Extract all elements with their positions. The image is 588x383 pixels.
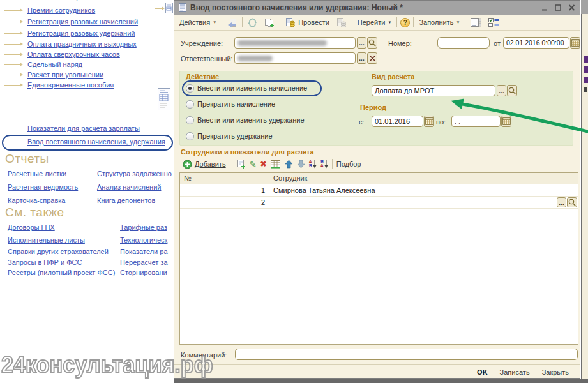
date-calendar-button[interactable] xyxy=(570,37,580,49)
close-button[interactable] xyxy=(568,4,575,11)
calc-kind-lookup-button[interactable]: ... xyxy=(497,85,506,96)
delete-x-icon: ✖ xyxy=(260,160,267,169)
sidebar-link-onetime-accruals[interactable]: Регистрация разовых начислений xyxy=(27,18,138,26)
window-titlebar[interactable]: Ввод постоянного начисления или удержани… xyxy=(174,1,580,15)
unpost-document-button[interactable] xyxy=(335,17,349,28)
sidebar-link-piecework[interactable]: Сдельный наряд xyxy=(27,61,82,68)
arrow-down-icon xyxy=(297,160,305,169)
sidebar-link-holiday-pay[interactable]: Оплата праздничных и выходных xyxy=(27,40,137,48)
institution-field[interactable] xyxy=(234,37,356,49)
link-payslips[interactable]: Расчетные листки xyxy=(8,170,66,177)
link-accrual-analysis[interactable]: Анализ начислений xyxy=(97,183,161,191)
radio-icon[interactable] xyxy=(186,132,194,140)
pick-button[interactable]: Подбор xyxy=(336,160,361,168)
move-up-button[interactable] xyxy=(285,160,293,169)
radio-option-stop-accrual[interactable]: Прекратить начисление xyxy=(186,99,275,109)
move-down-button[interactable] xyxy=(297,160,305,169)
link-indicators[interactable]: Показатели ра xyxy=(120,248,168,255)
column-header-number[interactable]: № xyxy=(180,173,269,184)
background-window-strip xyxy=(581,0,588,383)
responsible-lookup-button[interactable]: ... xyxy=(357,52,366,64)
link-pfr-fss-requests[interactable]: Запросы в ПФР и ФСС xyxy=(8,259,82,266)
toolbar-separator xyxy=(242,17,243,27)
save-close-button[interactable] xyxy=(225,17,239,28)
radio-option-stop-deduction[interactable]: Прекратить удержание xyxy=(186,131,273,141)
link-pay-sheet[interactable]: Расчетная ведомость xyxy=(8,183,78,191)
radio-icon[interactable] xyxy=(186,84,194,93)
table-row-editing[interactable]: 2 ... xyxy=(180,197,578,209)
link-fss-registers[interactable]: Реестры (пилотный проект ФСС) xyxy=(8,269,115,276)
sidebar-link-payroll[interactable]: Начисление зарплаты xyxy=(27,0,100,1)
delete-row-button[interactable]: ✖ xyxy=(260,160,267,169)
institution-lookup-button[interactable]: ... xyxy=(357,37,366,49)
goto-menu-button[interactable]: Перейти▼ xyxy=(356,18,394,27)
sidebar-link-overtime[interactable]: Оплата сверхурочных часов xyxy=(27,50,120,58)
copy-button[interactable] xyxy=(262,17,276,28)
period-from-calendar-button[interactable] xyxy=(424,116,434,127)
maximize-button[interactable] xyxy=(555,4,561,11)
screen: Начисление зарплаты Премии сотрудников Р… xyxy=(0,0,588,383)
link-other-insurers[interactable]: Справки других страхователей xyxy=(8,248,109,255)
employee-search-button[interactable] xyxy=(567,197,577,207)
link-reversal[interactable]: Сторнировани xyxy=(120,269,167,276)
link-salary-indicators[interactable]: Показатели для расчета зарплаты xyxy=(27,124,140,132)
period-from-field[interactable]: 01.01.2016 xyxy=(372,116,423,127)
sidebar-link-bonuses[interactable]: Премии сотрудников xyxy=(27,6,95,14)
employee-lookup-button[interactable]: ... xyxy=(557,197,566,207)
sidebar-link-dismissal[interactable]: Расчет при увольнении xyxy=(27,71,103,79)
link-recalculation[interactable]: Перерасчет за xyxy=(120,259,168,266)
help-button[interactable]: ? xyxy=(400,18,410,27)
comment-field[interactable] xyxy=(235,349,578,360)
list-settings-button[interactable] xyxy=(469,17,483,27)
employee-cell[interactable]: Смирнова Татьяна Алексеевна xyxy=(269,184,578,196)
sort-descending-button[interactable]: ЯА xyxy=(320,160,328,169)
footer-button-bar: OK Записать Закрыть xyxy=(174,364,580,379)
sidebar-link-lumpsum[interactable]: Единовременные пособия xyxy=(27,81,114,89)
employee-cell-edit[interactable]: ... xyxy=(269,197,578,208)
radio-icon[interactable] xyxy=(186,116,194,124)
calc-kind-search-button[interactable] xyxy=(507,85,517,96)
tree-item: Сдельный наряд xyxy=(0,61,172,70)
add-row-button[interactable]: Добавить xyxy=(181,159,228,170)
responsible-field[interactable] xyxy=(234,52,356,64)
ok-button[interactable]: OK xyxy=(471,368,494,376)
responsible-clear-button[interactable] xyxy=(367,52,377,64)
sidebar-link-onetime-deductions[interactable]: Регистрация разовых удержаний xyxy=(27,29,135,37)
reread-button[interactable] xyxy=(246,17,259,28)
link-permanent-accrual-entry[interactable]: Ввод постоянного начисления, удержания xyxy=(27,138,165,146)
link-depositors-book[interactable]: Книга депонентов xyxy=(97,197,155,204)
tree-connector-icon xyxy=(4,85,22,86)
period-to-calendar-button[interactable] xyxy=(501,116,511,127)
mark-items-button[interactable] xyxy=(486,17,501,27)
save-button[interactable]: Записать xyxy=(494,368,536,376)
number-field[interactable] xyxy=(437,37,490,49)
date-field[interactable]: 02.01.2016 0:00:00 xyxy=(503,37,569,49)
end-edit-button[interactable] xyxy=(271,160,281,169)
radio-icon[interactable] xyxy=(186,100,194,109)
link-card-certificate[interactable]: Карточка-справка xyxy=(8,197,65,204)
institution-search-button[interactable] xyxy=(367,37,377,49)
window-document-icon xyxy=(179,3,186,12)
link-tariff[interactable]: Тарифные раз xyxy=(120,223,167,231)
edit-row-button[interactable]: ✎ xyxy=(250,160,257,169)
radio-option-add-deduction[interactable]: Внести или изменить удержание xyxy=(186,115,305,125)
minimize-button[interactable] xyxy=(541,4,548,11)
fill-menu-button[interactable]: Заполнить▼ xyxy=(417,18,462,27)
close-window-button[interactable]: Закрыть xyxy=(536,368,575,376)
calc-kind-field[interactable]: Доплата до МРОТ xyxy=(372,85,495,96)
post-document-button[interactable]: Провести xyxy=(283,17,331,28)
table-row[interactable]: 1 Смирнова Татьяна Алексеевна xyxy=(180,184,578,197)
radio-option-add-accrual[interactable]: Внести или изменить начисление xyxy=(186,83,307,93)
link-technological[interactable]: Технологическ xyxy=(120,236,167,244)
link-gph-contracts[interactable]: Договоры ГПХ xyxy=(8,223,55,231)
column-header-employee[interactable]: Сотрудник xyxy=(269,173,578,184)
sort-ascending-button[interactable]: АЯ xyxy=(309,160,317,169)
link-writs[interactable]: Исполнительные листы xyxy=(8,236,85,244)
tree-connector-icon xyxy=(4,54,22,55)
copy-row-button[interactable] xyxy=(236,160,246,169)
calendar-icon xyxy=(425,117,433,125)
actions-menu-button[interactable]: Действия▼ xyxy=(177,18,218,27)
period-to-field[interactable]: . . xyxy=(451,116,501,127)
link-debt-structure[interactable]: Структура задолженно xyxy=(97,170,172,177)
toolbar-separator xyxy=(352,17,352,27)
